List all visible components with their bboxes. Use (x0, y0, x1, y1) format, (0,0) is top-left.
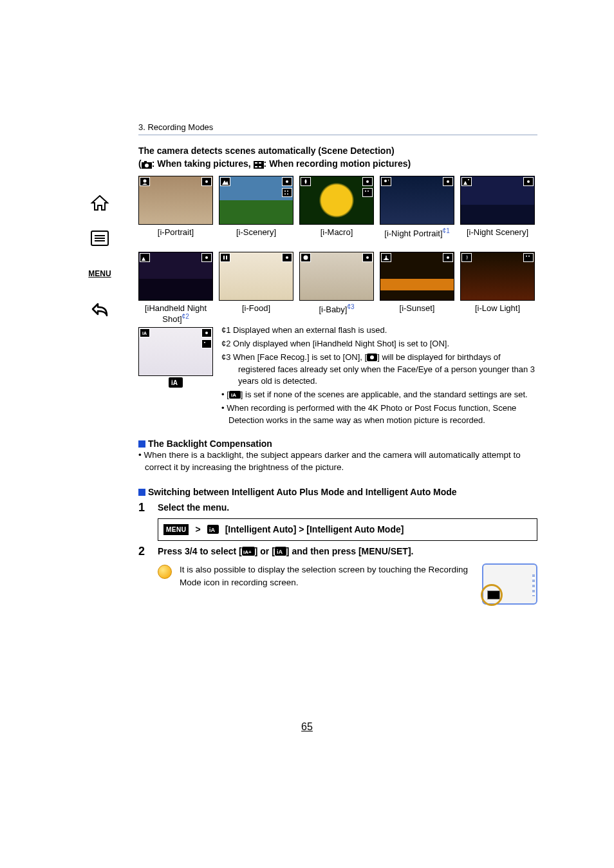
svg-point-12 (144, 179, 147, 182)
svg-text:iA: iA (171, 379, 178, 386)
back-icon[interactable] (89, 299, 111, 319)
svg-rect-18 (284, 191, 286, 192)
night-scenery-mode-icon (461, 177, 472, 186)
svg-point-14 (205, 180, 208, 183)
svg-point-27 (384, 180, 387, 182)
thumb-i-baby (299, 252, 374, 301)
footnotes-block: ¢1 Displayed when an external flash is u… (219, 325, 537, 427)
section-label: 3. Recording Modes (138, 122, 537, 135)
caption-ihandheld-night-shot: [iHandheld NightShot]¢2 (138, 303, 213, 325)
thumb-ia-standard: iA (138, 327, 213, 376)
svg-point-16 (286, 180, 288, 183)
switching-heading: Switching between Intelligent Auto Plus … (138, 487, 537, 497)
camera-icon (201, 328, 212, 337)
page-number: 65 (0, 721, 614, 733)
scene-grid-row2: [iHandheld NightShot]¢2 [i-Food] [i-Baby… (138, 252, 537, 325)
camera-icon (282, 177, 292, 186)
ia-chip-icon: iA (229, 391, 241, 399)
food-mode-icon (220, 253, 230, 262)
svg-rect-7 (254, 161, 264, 169)
svg-rect-26 (367, 191, 369, 192)
thumb-i-night-scenery (460, 176, 535, 225)
svg-text:iA: iA (231, 392, 236, 398)
svg-rect-25 (365, 191, 366, 192)
sunset-mode-icon (381, 253, 391, 262)
svg-rect-47 (528, 256, 530, 257)
camera-icon (282, 253, 292, 262)
svg-rect-6 (144, 161, 147, 163)
camera-icon (362, 253, 373, 262)
thumb-i-sunset (380, 252, 454, 301)
svg-point-32 (527, 180, 530, 183)
svg-rect-21 (287, 193, 288, 194)
portrait-mode-icon (140, 177, 150, 186)
caption-i-sunset: [i-Sunset] (380, 303, 454, 323)
caption-i-low-light: [i-Low Light] (460, 303, 535, 323)
ia-plus-chip-icon: iA+ (242, 547, 255, 556)
movie-icon (282, 188, 292, 197)
backlight-heading: The Backlight Compensation (138, 439, 537, 449)
movie-icon (523, 253, 534, 262)
menu-path-box: MENU > iA [Intelligent Auto] > [Intellig… (158, 518, 537, 541)
ia-mode-icon: iA (140, 328, 150, 337)
caption-i-macro: [i-Macro] (299, 227, 374, 247)
ia-chip-icon: iA (275, 547, 286, 556)
caption-i-night-scenery: [i-Night Scenery] (460, 227, 535, 247)
camera-icon (142, 161, 152, 169)
svg-rect-11 (259, 166, 261, 167)
svg-rect-35 (223, 256, 225, 259)
thumb-i-scenery (219, 176, 293, 225)
thumb-ihandheld-night-shot (138, 252, 213, 301)
tip-text: It is also possible to display the selec… (180, 563, 468, 590)
svg-point-44 (447, 256, 449, 259)
movie-icon (254, 161, 264, 169)
ia-menu-icon: iA (207, 525, 219, 534)
svg-point-23 (366, 180, 369, 183)
movie-icon (362, 188, 373, 197)
toc-icon[interactable] (89, 229, 111, 248)
svg-rect-20 (284, 193, 286, 194)
scenery-mode-icon (220, 177, 230, 186)
svg-text:iA: iA (142, 331, 147, 335)
svg-text:iA+: iA+ (243, 549, 252, 555)
svg-point-5 (145, 164, 149, 167)
svg-point-38 (286, 256, 288, 259)
baby-mode-icon (301, 253, 311, 262)
camera-icon (362, 177, 373, 186)
caption-i-portrait: [i-Portrait] (138, 227, 213, 247)
svg-point-39 (304, 255, 308, 259)
menu-text-icon[interactable]: MENU (89, 264, 111, 283)
svg-rect-9 (259, 162, 261, 164)
ia-chip-icon: iA (169, 377, 183, 388)
scene-detection-heading: The camera detects scenes automatically … (138, 144, 537, 171)
svg-point-34 (205, 256, 208, 259)
svg-point-56 (370, 355, 374, 359)
svg-point-30 (468, 179, 469, 180)
svg-rect-10 (255, 166, 257, 167)
thumb-i-food (219, 252, 293, 301)
handheld-night-icon (140, 253, 150, 262)
camera-icon (443, 253, 453, 262)
thumb-i-portrait (138, 176, 213, 225)
camera-icon (523, 177, 534, 186)
svg-point-41 (366, 256, 369, 259)
camera-icon (201, 253, 212, 262)
caption-i-night-portrait: [i-Night Portrait]¢1 (380, 227, 454, 247)
svg-rect-46 (526, 256, 527, 257)
svg-rect-19 (287, 191, 288, 192)
movie-icon (201, 339, 212, 348)
night-portrait-mode-icon (381, 177, 391, 186)
home-icon[interactable] (89, 193, 111, 212)
camera-icon (201, 177, 212, 186)
tip-bulb-icon (158, 565, 172, 579)
recording-screen-illustration (482, 563, 537, 605)
svg-rect-8 (255, 162, 257, 164)
camera-icon (443, 177, 453, 186)
scene-grid-row1: [i-Portrait] [i-Scenery] [i-Macro] (138, 176, 537, 247)
thumb-i-low-light (460, 252, 535, 301)
svg-text:iA: iA (209, 527, 216, 533)
thumb-i-night-portrait (380, 176, 454, 225)
baby-chip-icon (367, 354, 377, 361)
macro-mode-icon (301, 177, 311, 186)
svg-point-42 (385, 258, 387, 260)
